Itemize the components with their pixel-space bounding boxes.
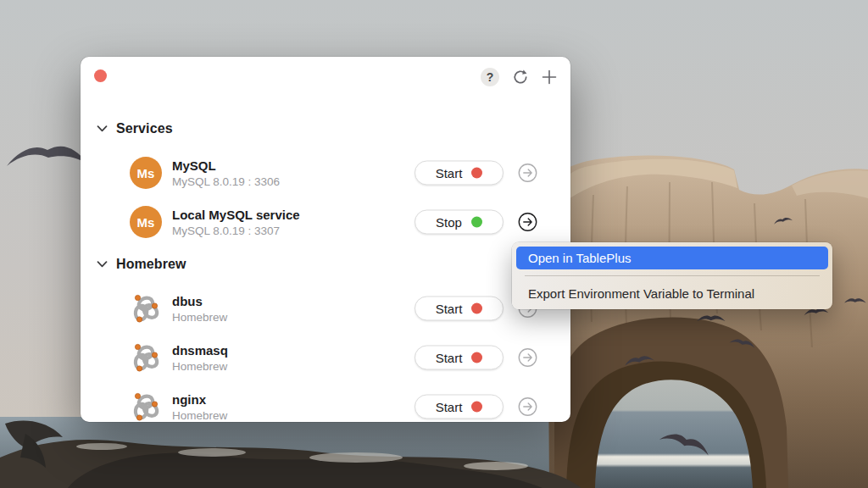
help-button[interactable]: ? (481, 68, 499, 86)
chevron-down-icon (97, 261, 108, 268)
open-arrow-icon[interactable] (518, 213, 537, 232)
window-toolbar: ? (481, 68, 557, 86)
service-text: dbus Homebrew (172, 293, 227, 324)
service-text: dnsmasq Homebrew (172, 342, 228, 374)
service-name: Local MySQL service (172, 207, 300, 223)
action-label: Stop (436, 215, 462, 230)
service-subtitle: MySQL 8.0.19 : 3306 (172, 175, 280, 189)
status-dot (471, 303, 482, 314)
service-name: dbus (172, 293, 227, 309)
section-rows: Ms MySQL MySQL 8.0.19 : 3306 Start Ms Lo… (94, 148, 557, 247)
service-text: nginx Homebrew (172, 391, 227, 423)
refresh-icon (512, 69, 529, 86)
status-dot (471, 168, 482, 179)
service-name: MySQL (172, 158, 280, 174)
start-stop-button[interactable]: Start (415, 395, 504, 419)
mysql-icon: Ms (130, 206, 162, 238)
start-stop-button[interactable]: Start (415, 297, 504, 321)
service-name: nginx (172, 391, 227, 408)
start-stop-button[interactable]: Start (415, 161, 504, 186)
context-menu-item[interactable]: Export Environment Variable to Terminal (516, 282, 828, 305)
status-dot (471, 402, 482, 413)
open-arrow-icon[interactable] (518, 348, 537, 368)
open-arrow-icon[interactable] (518, 397, 537, 417)
service-row: dbus Homebrew Start (94, 284, 557, 333)
section-header[interactable]: Services (94, 118, 557, 140)
add-button[interactable] (542, 69, 557, 85)
dbus-icon (130, 341, 162, 374)
desktop: ? Services Ms MySQL My (0, 0, 868, 488)
service-subtitle: Homebrew (172, 310, 227, 324)
service-section: Homebrew dbus Homebrew Start dnsmasq Hom… (94, 253, 557, 422)
service-name: dnsmasq (172, 342, 228, 358)
service-row: dnsmasq Homebrew Start (94, 333, 557, 382)
status-dot (471, 352, 482, 363)
start-stop-button[interactable]: Start (415, 346, 504, 370)
menu-divider (525, 275, 820, 276)
add-icon (542, 69, 557, 85)
service-text: MySQL MySQL 8.0.19 : 3306 (172, 158, 280, 189)
window-content: Services Ms MySQL MySQL 8.0.19 : 3306 St… (94, 118, 557, 422)
dbus-icon (130, 292, 162, 324)
service-subtitle: MySQL 8.0.19 : 3307 (172, 224, 300, 238)
close-button[interactable] (94, 69, 107, 82)
services-window: ? Services Ms MySQL My (81, 57, 570, 422)
status-dot (471, 217, 482, 228)
service-row: Ms MySQL MySQL 8.0.19 : 3306 Start (94, 148, 557, 197)
context-menu: Open in TablePlus Export Environment Var… (512, 242, 832, 309)
service-row: Ms Local MySQL service MySQL 8.0.19 : 33… (94, 197, 557, 247)
section-label: Homebrew (116, 257, 186, 272)
service-subtitle: Homebrew (172, 408, 227, 423)
context-menu-item[interactable]: Open in TablePlus (516, 247, 828, 269)
service-text: Local MySQL service MySQL 8.0.19 : 3307 (172, 207, 300, 238)
action-label: Start (436, 400, 463, 414)
start-stop-button[interactable]: Stop (415, 210, 504, 235)
service-row: nginx Homebrew Start (94, 382, 557, 422)
service-section: Services Ms MySQL MySQL 8.0.19 : 3306 St… (94, 118, 557, 247)
section-header[interactable]: Homebrew (94, 253, 557, 275)
section-label: Services (116, 121, 173, 136)
open-arrow-icon[interactable] (518, 164, 537, 183)
section-rows: dbus Homebrew Start dnsmasq Homebrew Sta… (94, 284, 557, 422)
dbus-icon (130, 391, 162, 422)
action-label: Start (436, 302, 463, 316)
chevron-down-icon (97, 125, 108, 132)
service-subtitle: Homebrew (172, 359, 228, 374)
refresh-button[interactable] (512, 69, 529, 86)
action-label: Start (436, 351, 463, 365)
mysql-icon: Ms (130, 157, 162, 189)
action-label: Start (436, 166, 463, 180)
